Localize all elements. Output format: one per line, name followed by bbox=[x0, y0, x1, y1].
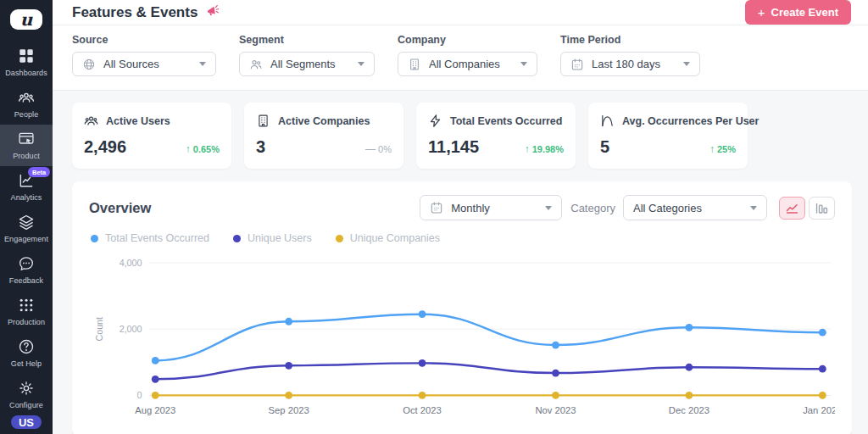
megaphone-icon bbox=[205, 3, 220, 22]
legend-item-unique-companies[interactable]: Unique Companies bbox=[336, 232, 440, 244]
company-select[interactable]: All Companies bbox=[398, 52, 537, 76]
bar-chart-toggle-button[interactable] bbox=[809, 197, 835, 220]
chevron-down-icon bbox=[199, 62, 206, 66]
main-area: Features & Events + Create Event Source … bbox=[53, 0, 868, 434]
chevron-down-icon bbox=[520, 62, 527, 66]
sidebar-item-label: Engagement bbox=[4, 235, 48, 243]
users-icon bbox=[84, 114, 98, 128]
time-period-select[interactable]: Last 180 days bbox=[560, 52, 700, 76]
app-logo[interactable]: u bbox=[10, 9, 42, 30]
svg-text:0: 0 bbox=[137, 390, 142, 400]
stat-delta: — 0% bbox=[365, 143, 392, 155]
sidebar-item-feedback[interactable]: Feedback bbox=[0, 249, 53, 291]
sidebar-item-dashboards[interactable]: Dashboards bbox=[0, 42, 53, 83]
stat-label: Active Users bbox=[106, 115, 170, 127]
production-icon bbox=[17, 296, 36, 314]
people-icon bbox=[17, 88, 36, 107]
chevron-down-icon bbox=[750, 206, 757, 210]
svg-text:Sep 2023: Sep 2023 bbox=[269, 405, 309, 415]
legend-label: Unique Companies bbox=[350, 232, 440, 244]
sidebar-item-label: Dashboards bbox=[5, 69, 47, 77]
stat-value: 5 bbox=[600, 137, 609, 157]
stat-card-avg-occurrences-per-user: Avg. Occurrences Per User 5 ↑ 25% bbox=[588, 103, 748, 169]
create-event-button[interactable]: + Create Event bbox=[745, 0, 851, 25]
stat-label: Avg. Occurrences Per User bbox=[622, 115, 759, 127]
bellcurve-icon bbox=[600, 114, 615, 128]
svg-text:2,000: 2,000 bbox=[120, 324, 142, 334]
arrow-up-icon: ↑ bbox=[525, 143, 530, 155]
legend-dot bbox=[91, 235, 98, 242]
stat-label: Total Events Occurred bbox=[450, 115, 562, 127]
sidebar-item-production[interactable]: Production bbox=[0, 291, 53, 332]
sidebar-item-analytics[interactable]: Beta Analytics bbox=[0, 166, 53, 208]
svg-text:Dec 2023: Dec 2023 bbox=[669, 405, 709, 415]
sidebar-nav: Dashboards People Product Beta Analytics… bbox=[0, 42, 53, 291]
sidebar-item-configure[interactable]: Configure bbox=[0, 374, 53, 415]
sidebar-item-label: Get Help bbox=[11, 359, 42, 368]
category-select[interactable]: All Categories bbox=[623, 195, 767, 220]
stat-label: Active Companies bbox=[278, 115, 370, 127]
filter-value: Last 180 days bbox=[592, 58, 670, 70]
user-avatar[interactable]: US bbox=[11, 415, 42, 429]
category-label: Category bbox=[570, 202, 615, 214]
legend-dot bbox=[336, 235, 343, 242]
sidebar-item-product[interactable]: Product bbox=[0, 125, 53, 166]
period-select[interactable]: Monthly bbox=[420, 195, 562, 220]
stat-card-active-companies: Active Companies 3 — 0% bbox=[244, 103, 403, 169]
stat-value: 2,496 bbox=[84, 137, 126, 157]
sidebar-nav-bottom: Production Get Help Configure bbox=[0, 291, 53, 415]
engagement-icon bbox=[17, 213, 36, 231]
chart-legend: Total Events Occurred Unique Users Uniqu… bbox=[91, 232, 835, 244]
sidebar-item-label: Product bbox=[13, 152, 40, 160]
chevron-down-icon bbox=[358, 62, 364, 66]
segment-select[interactable]: All Segments bbox=[239, 52, 375, 76]
filter-value: All Companies bbox=[429, 58, 508, 70]
arrow-up-icon: ↑ bbox=[709, 143, 715, 155]
filter-value: All Segments bbox=[270, 58, 345, 70]
stat-value: 11,145 bbox=[428, 137, 479, 157]
svg-text:Oct 2023: Oct 2023 bbox=[403, 405, 442, 415]
line-chart-toggle-button[interactable] bbox=[779, 197, 805, 220]
chevron-down-icon bbox=[545, 206, 552, 210]
stats-row: Active Users 2,496 ↑ 0.65% Active Compan… bbox=[72, 103, 852, 169]
product-icon bbox=[17, 130, 36, 148]
period-value: Monthly bbox=[451, 202, 532, 214]
overview-card: Overview Monthly Category All Categories bbox=[72, 181, 852, 434]
sidebar-item-people[interactable]: People bbox=[0, 83, 53, 125]
svg-text:Aug 2023: Aug 2023 bbox=[135, 405, 175, 415]
chart-type-toggle bbox=[779, 197, 835, 220]
line-chart[interactable]: 4,0002,0000Aug 2023Sep 2023Oct 2023Nov 2… bbox=[89, 251, 835, 427]
sidebar-item-get-help[interactable]: Get Help bbox=[0, 332, 53, 374]
source-select[interactable]: All Sources bbox=[72, 52, 216, 76]
help-icon bbox=[17, 337, 36, 356]
dash-icon: — bbox=[365, 143, 376, 155]
filter-label: Time Period bbox=[560, 34, 700, 46]
dashboards-icon bbox=[17, 47, 36, 65]
overview-title: Overview bbox=[89, 200, 420, 216]
filter-value: All Sources bbox=[103, 58, 186, 70]
plus-icon: + bbox=[758, 6, 765, 19]
svg-text:Count: Count bbox=[94, 317, 104, 342]
chart-canvas: 4,0002,0000Aug 2023Sep 2023Oct 2023Nov 2… bbox=[89, 251, 835, 427]
filter-bar: Source All Sources Segment All Segments … bbox=[53, 25, 868, 91]
filter-label: Segment bbox=[239, 34, 375, 46]
stat-delta: ↑ 0.65% bbox=[186, 143, 220, 155]
company-icon bbox=[256, 114, 270, 128]
sidebar-item-label: Feedback bbox=[9, 276, 43, 285]
category-value: All Categories bbox=[633, 202, 737, 214]
svg-text:Nov 2023: Nov 2023 bbox=[535, 405, 576, 415]
sidebar-item-engagement[interactable]: Engagement bbox=[0, 208, 53, 249]
legend-item-unique-users[interactable]: Unique Users bbox=[233, 232, 312, 244]
beta-badge: Beta bbox=[28, 167, 50, 177]
stat-delta: ↑ 25% bbox=[709, 143, 736, 155]
globe-icon bbox=[82, 58, 96, 71]
filter-label: Source bbox=[72, 34, 216, 46]
calendar-icon bbox=[430, 201, 443, 214]
chevron-down-icon bbox=[683, 62, 690, 66]
page-header: Features & Events + Create Event bbox=[53, 0, 868, 25]
sidebar-item-label: Production bbox=[8, 318, 45, 326]
segment-icon bbox=[249, 58, 263, 71]
stat-value: 3 bbox=[256, 137, 265, 157]
legend-item-total-events-occurred[interactable]: Total Events Occurred bbox=[91, 232, 209, 244]
bar-chart-icon bbox=[815, 201, 829, 215]
